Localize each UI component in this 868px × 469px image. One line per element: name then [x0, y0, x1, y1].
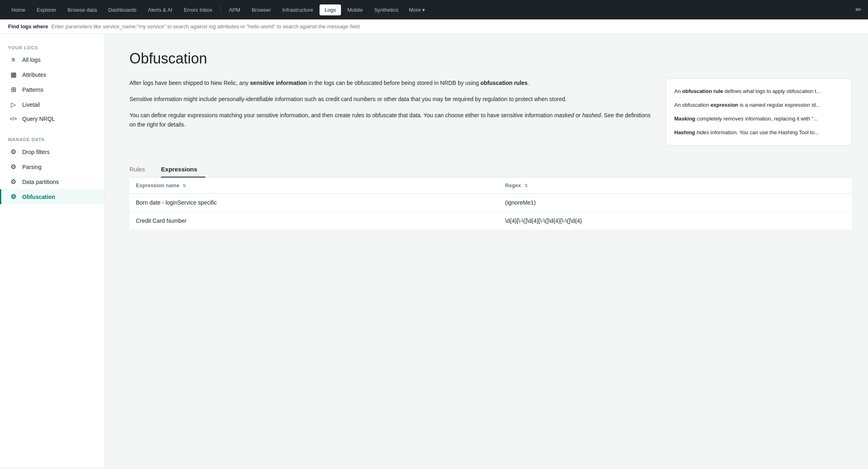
expression-name-cell: Credit Card Number — [129, 212, 499, 230]
hashed-italic: hashed — [582, 112, 601, 118]
col-expression-name[interactable]: Expression name ⇅ — [129, 177, 499, 194]
content-grid: After logs have been shipped to New Reli… — [129, 78, 852, 146]
sidebar-item-obfuscation-label: Obfuscation — [22, 194, 55, 200]
sidebar-item-patterns-label: Patterns — [22, 87, 43, 93]
search-bar: Find logs where — [0, 19, 868, 34]
sort-expression-name-icon: ⇅ — [182, 183, 186, 188]
nav-apm[interactable]: APM — [224, 4, 245, 15]
tabs-row: Rules Expressions — [129, 162, 852, 177]
your-logs-section-title: YOUR LOGS — [0, 42, 105, 53]
obfuscation-rule-bold: obfuscation rule — [682, 88, 723, 94]
sensitive-info-bold: sensitive information — [250, 80, 307, 86]
nav-logs[interactable]: Logs — [320, 4, 341, 15]
main-description: After logs have been shipped to New Reli… — [129, 78, 656, 146]
regex-cell: \d{4}[\-\(]\d{4}[\-\(]\d{4}[\-\(]\d{4} — [499, 212, 852, 230]
sidebar-item-query-nrql[interactable]: </> Query NRQL — [0, 112, 105, 126]
description-p1: After logs have been shipped to New Reli… — [129, 78, 656, 88]
sidebar-item-livetail-label: Livetail — [22, 101, 40, 108]
masked-italic: masked — [554, 112, 574, 118]
info-line-2: An obfuscation expression is a named reg… — [674, 101, 843, 110]
sidebar-item-data-partitions-label: Data partitions — [22, 179, 59, 185]
attributes-icon: ▦ — [9, 71, 17, 78]
sidebar-item-parsing[interactable]: ⚙ Parsing — [0, 159, 105, 174]
sort-regex-icon: ⇅ — [524, 183, 528, 188]
nav-separator-1 — [220, 6, 221, 14]
main-layout: YOUR LOGS ≡ All logs ▦ Attributes ⊞ Patt… — [0, 34, 868, 467]
info-panel: An obfuscation rule defines what logs to… — [666, 78, 852, 146]
search-input[interactable] — [51, 23, 860, 30]
sidebar-item-query-nrql-label: Query NRQL — [22, 116, 55, 122]
expression-bold: expression — [711, 102, 739, 108]
manage-data-section-title: MANAGE DATA — [0, 134, 105, 144]
regex-cell: (ignoreMe1) — [499, 194, 852, 212]
table-row[interactable]: Born date - loginService specific (ignor… — [129, 194, 852, 212]
nav-alerts-ai[interactable]: Alerts & AI — [143, 4, 177, 15]
nav-browser[interactable]: Browser — [247, 4, 276, 15]
sidebar-item-all-logs-label: All logs — [22, 57, 40, 63]
description-p3: You can define regular expressions match… — [129, 111, 656, 130]
expressions-table: Expression name ⇅ Regex ⇅ Born date - lo… — [129, 177, 852, 230]
sidebar-item-attributes[interactable]: ▦ Attributes — [0, 67, 105, 82]
sidebar-item-data-partitions[interactable]: ⚙ Data partitions — [0, 174, 105, 189]
description-p2: Sensitive information might include pers… — [129, 95, 656, 104]
tab-expressions[interactable]: Expressions — [161, 162, 205, 177]
nav-browse-data[interactable]: Browse data — [63, 4, 102, 15]
obfuscation-rules-bold: obfuscation rules — [481, 80, 528, 86]
sidebar-item-obfuscation[interactable]: ⚙ Obfuscation — [0, 189, 105, 204]
sidebar-item-all-logs[interactable]: ≡ All logs — [0, 53, 105, 67]
table-header: Expression name ⇅ Regex ⇅ — [129, 177, 852, 194]
nav-infrastructure[interactable]: Infrastructure — [277, 4, 318, 15]
nav-explorer[interactable]: Explorer — [32, 4, 61, 15]
nav-dashboards[interactable]: Dashboards — [103, 4, 141, 15]
sidebar-item-attributes-label: Attributes — [22, 72, 46, 78]
top-navigation: Home Explorer Browse data Dashboards Ale… — [0, 0, 868, 19]
col-regex[interactable]: Regex ⇅ — [499, 177, 852, 194]
sidebar-item-drop-filters-label: Drop filters — [22, 149, 50, 155]
livetail-icon: ▷ — [9, 101, 17, 108]
page-title: Obfuscation — [129, 50, 852, 67]
drop-filters-icon: ⚙ — [9, 148, 17, 156]
info-line-1: An obfuscation rule defines what logs to… — [674, 87, 843, 96]
all-logs-icon: ≡ — [9, 56, 17, 63]
hides-italic: hides — [697, 129, 709, 135]
info-line-4: Hashing hides information. You can use t… — [674, 128, 843, 137]
edit-icon[interactable]: ✏ — [855, 5, 862, 14]
sidebar-item-parsing-label: Parsing — [22, 164, 41, 170]
tab-rules[interactable]: Rules — [129, 162, 153, 177]
patterns-icon: ⊞ — [9, 86, 17, 93]
nav-synthetics[interactable]: Synthetics — [369, 4, 403, 15]
masking-bold: Masking — [674, 116, 695, 122]
sidebar: YOUR LOGS ≡ All logs ▦ Attributes ⊞ Patt… — [0, 34, 105, 467]
data-partitions-icon: ⚙ — [9, 178, 17, 186]
query-nrql-icon: </> — [9, 116, 17, 122]
nav-errors-inbox[interactable]: Errors Inbox — [179, 4, 217, 15]
search-label: Find logs where — [8, 23, 48, 30]
sidebar-item-drop-filters[interactable]: ⚙ Drop filters — [0, 144, 105, 159]
table-row[interactable]: Credit Card Number \d{4}[\-\(]\d{4}[\-\(… — [129, 212, 852, 230]
hashing-bold: Hashing — [674, 129, 695, 135]
removes-italic: removes — [723, 116, 743, 122]
tabs-section: Rules Expressions Expression name ⇅ Rege… — [129, 162, 852, 230]
nav-mobile[interactable]: Mobile — [343, 4, 368, 15]
sidebar-item-livetail[interactable]: ▷ Livetail — [0, 97, 105, 112]
info-line-3: Masking completely removes information, … — [674, 114, 843, 123]
sidebar-item-patterns[interactable]: ⊞ Patterns — [0, 82, 105, 97]
obfuscation-icon: ⚙ — [9, 193, 17, 201]
nav-home[interactable]: Home — [6, 4, 30, 15]
main-content: Obfuscation After logs have been shipped… — [105, 34, 868, 467]
expression-name-cell: Born date - loginService specific — [129, 194, 499, 212]
nav-more[interactable]: More ▾ — [405, 4, 429, 15]
parsing-icon: ⚙ — [9, 163, 17, 171]
